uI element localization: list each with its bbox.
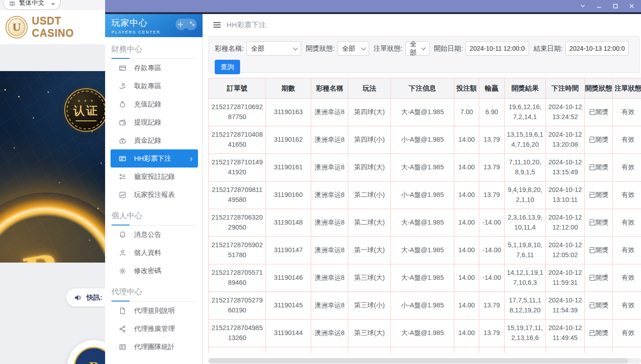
lottery-select-value: 全部 [251, 44, 264, 53]
sidebar-item[interactable]: 充值記錄 [111, 95, 198, 113]
filter-row: 彩種名稱: 全部 開獎狀態: 全部 注單狀態: 全部 開始日期: 結束日期: [215, 41, 633, 56]
sidebar-item[interactable]: 玩家投注報表 [111, 186, 198, 204]
table-cell: 14.00 [454, 182, 479, 209]
table-cell: 已開獎 [585, 237, 613, 264]
table-row: 215217287049851326031190144澳洲幸运8第三球(大)大-… [209, 320, 641, 347]
sidebar-item[interactable]: 代理規則說明 [111, 302, 198, 320]
sidebar-item[interactable]: 提現記錄 [111, 113, 198, 131]
sidebar-item[interactable]: HH彩票下注› [111, 149, 198, 168]
user-icon [119, 249, 126, 257]
sidebar-item[interactable]: 廳室投註記錄 [111, 168, 198, 186]
table-cell: 澳洲幸运8 [311, 99, 348, 126]
start-date-input[interactable] [466, 41, 529, 56]
chevron-down-icon [293, 45, 298, 50]
column-header: 注單狀態 [613, 78, 641, 99]
search-button[interactable]: 查詢 [215, 60, 240, 74]
table-cell: 已開獎 [585, 99, 613, 126]
table-cell: 有效 [613, 99, 641, 126]
table-cell: 2024-10-12 13:24:52 [546, 99, 585, 126]
table-row: 215217287055718946031190146澳洲幸运8第三球(大)大-… [209, 264, 641, 292]
table-cell: 有效 [613, 154, 641, 182]
language-selector[interactable]: 繁体中文 [3, 0, 61, 10]
sidebar-item[interactable]: 代理團隊統計 [111, 338, 198, 356]
table-cell: 14.00 [454, 237, 479, 264]
sidebar-section-title: 財務中心 [111, 44, 196, 59]
column-header: 下注信息 [391, 78, 454, 99]
table-cell: 5,1,19,8,10,7,6,11 [505, 237, 546, 264]
table-cell: 14.00 [454, 320, 479, 347]
wallet-icon [119, 119, 126, 126]
table-cell: 已開獎 [585, 264, 613, 292]
window-close-icon[interactable] [627, 1, 636, 11]
lottery-select[interactable]: 全部 [246, 41, 301, 56]
table-cell: -14.00 [479, 237, 505, 264]
page-title: HH彩票下注 [227, 20, 266, 30]
sidebar-item[interactable]: 取款專區 [111, 77, 198, 95]
floating-logo-emblem: B [74, 347, 105, 364]
left-brand-column: 繁体中文 U USDT CASINO B ★ ★ ★ 认证 快訊: [0, 0, 105, 364]
table-cell: 小-A盤@1.985 [391, 182, 454, 209]
table-cell: 有效 [613, 292, 641, 320]
table-cell: 14.00 [454, 154, 479, 182]
table-cell: 2152172870981149580 [209, 182, 266, 209]
share-icon [119, 325, 126, 333]
table-cell: 已開獎 [585, 209, 613, 237]
table-cell: 第四球(小) [348, 126, 391, 154]
window-maximize-icon[interactable] [610, 1, 620, 11]
speaker-icon [74, 293, 82, 302]
table-cell: 13.79 [479, 154, 505, 182]
table-cell: 有效 [613, 264, 641, 292]
table-cell: 13.79 [479, 292, 505, 320]
table-cell: 2024-10-12 11:59:31 [546, 264, 585, 292]
table-cell: 10,18,1,14,17,16,12,3 [505, 347, 546, 354]
table-cell: 小-A盤@1.985 [391, 126, 454, 154]
sidebar-item[interactable]: 代理推廣管理 [111, 320, 198, 338]
window-minimize-icon[interactable] [594, 1, 604, 11]
sidebar-item-label: 代理規則說明 [134, 307, 175, 315]
sidebar-item-label: 存款專區 [134, 64, 161, 72]
table-cell: 15,19,17,11,2,13,16,6 [505, 320, 546, 347]
column-header: 玩法 [348, 78, 391, 99]
table-row: 215217287106928775031190163澳洲幸运8第四球(大)大-… [209, 99, 641, 126]
report-icon [119, 191, 126, 199]
draw-status-select[interactable]: 全部 [337, 41, 369, 56]
table-cell: 澳洲幸运8 [311, 237, 348, 264]
table-row: 215217287052796019031190145澳洲幸运8第三球(小)小-… [209, 292, 641, 320]
sidebar-item[interactable]: 資金記錄 [111, 131, 198, 149]
orders-table-wrap: 訂單號期數彩種名稱玩法下注信息投注額輸贏開獎結果下注時間開獎狀態注單狀態2152… [208, 78, 641, 353]
start-date-label: 開始日期: [434, 44, 463, 53]
end-date-input[interactable] [565, 41, 629, 56]
window-titlebar [105, 0, 641, 12]
brand-logo[interactable]: U USDT CASINO [0, 10, 105, 44]
scrollbar-thumb[interactable] [208, 358, 628, 364]
table-cell: 2024-10-12 13:20:08 [546, 126, 585, 154]
table-cell: 有效 [613, 347, 641, 354]
floating-logo[interactable]: B [67, 340, 105, 364]
table-cell: 2024-10-12 12:12:00 [546, 209, 585, 237]
table-cell: 第三球(大) [348, 264, 391, 292]
table-cell: -14.00 [479, 264, 505, 292]
badge-text: 认证 [73, 103, 99, 118]
lottery-filter-label: 彩種名稱: [215, 44, 244, 53]
table-cell: 第一球(大) [348, 237, 391, 264]
column-header: 彩種名稱 [311, 78, 348, 99]
news-ticker[interactable]: 快訊: [66, 288, 105, 307]
brand-name: USDT CASINO [32, 15, 105, 39]
table-cell: 澳洲幸运8 [311, 264, 348, 292]
table-cell: 第四球(大) [348, 154, 391, 182]
sidebar-item[interactable]: 消息公告 [111, 225, 198, 244]
draw-status-select-value: 全部 [342, 44, 355, 53]
table-cell: 2024-10-12 13:15:49 [546, 154, 585, 182]
chevron-down-icon [421, 45, 426, 50]
table-cell: 已開獎 [585, 126, 613, 154]
table-cell: 大-A盤@1.985 [391, 320, 454, 347]
horizontal-scrollbar[interactable] [208, 358, 641, 364]
table-cell: 已開獎 [585, 320, 613, 347]
sidebar-item[interactable]: 修改密碼 [111, 262, 198, 280]
sidebar-item[interactable]: 存款專區 [111, 59, 198, 77]
order-status-select[interactable]: 全部 [405, 41, 429, 56]
window-chevron-down-icon[interactable] [578, 1, 588, 11]
table-cell: 澳洲幸运8 [311, 154, 348, 182]
menu-toggle-icon[interactable] [213, 22, 221, 28]
sidebar-item[interactable]: 個人資料 [111, 244, 198, 262]
